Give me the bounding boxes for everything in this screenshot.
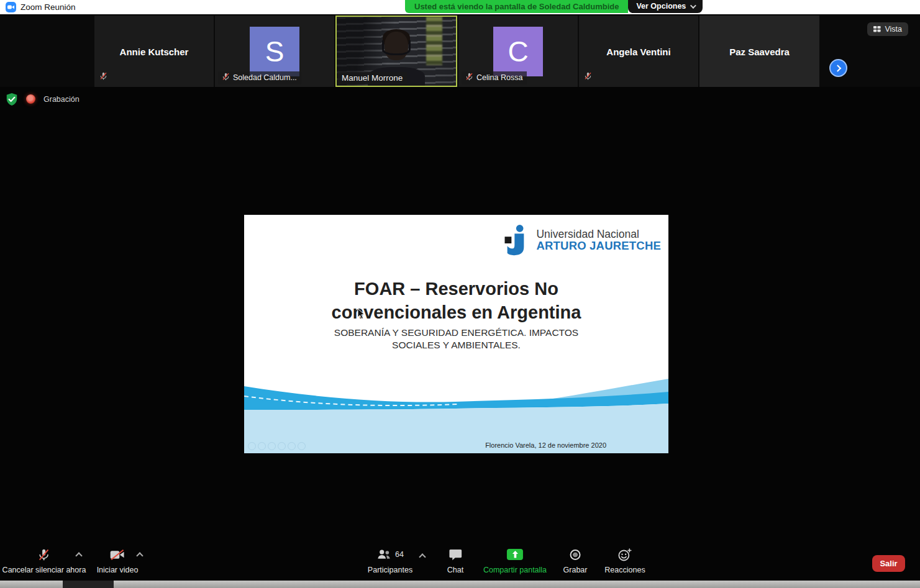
meeting-security-shield-icon[interactable] [5, 93, 19, 109]
participant-name: Paz Saavedra [699, 46, 819, 57]
grid-view-icon [873, 26, 881, 33]
participant-tile-celina-rossa[interactable]: C Celina Rossa [458, 16, 578, 87]
muted-mic-icon [38, 548, 50, 561]
start-video-button[interactable]: Iniciar video [97, 548, 139, 574]
slide-subtitle-line1: SOBERANÍA Y SEGURIDAD ENERGÉTICA. IMPACT… [244, 327, 668, 339]
start-video-label: Iniciar video [97, 566, 139, 574]
view-layout-label: Vista [885, 25, 902, 34]
reactions-icon [617, 548, 632, 561]
camera-glyph [7, 4, 14, 11]
social-icon [278, 442, 286, 450]
avatar: S [250, 27, 299, 76]
social-icon [258, 442, 266, 450]
leave-meeting-button[interactable]: Salir [872, 555, 905, 572]
muted-mic-icon [465, 73, 473, 83]
chevron-right-icon [834, 65, 840, 71]
social-icon [298, 442, 306, 450]
muted-mic-icon [584, 71, 592, 83]
social-icons-row [248, 442, 306, 450]
muted-mic-icon [222, 73, 230, 83]
participant-name: Manuel Morrone [342, 73, 403, 83]
share-screen-icon [507, 549, 523, 560]
chat-button[interactable]: Chat [447, 548, 463, 574]
avatar-letter: C [508, 35, 528, 68]
window-title: Zoom Reunión [20, 0, 76, 14]
next-participants-page-button[interactable] [829, 59, 847, 77]
participant-strip: Annie Kutscher S Soledad Caldum... Manue… [0, 16, 920, 87]
participant-tile-annie-kutscher[interactable]: Annie Kutscher [94, 16, 214, 87]
video-off-icon [109, 548, 125, 561]
participant-tile-angela-ventini[interactable]: Angela Ventini [579, 16, 698, 87]
unmute-button[interactable]: Cancelar silenciar ahora [2, 548, 86, 574]
participant-name: Angela Ventini [579, 46, 698, 57]
record-button[interactable]: Grabar [563, 548, 588, 574]
zoom-app-icon [6, 2, 16, 12]
social-icon [288, 442, 296, 450]
background-window-tab [63, 581, 114, 588]
muted-mic-icon [99, 71, 107, 83]
share-screen-button[interactable]: Compartir pantalla [483, 548, 547, 574]
reactions-label: Reacciones [604, 566, 645, 574]
university-logo: Universidad Nacional ARTURO JAURETCHE [500, 224, 661, 256]
recording-indicator: Grabación [26, 94, 80, 104]
video-background-poster [426, 17, 442, 65]
participant-tile-manuel-morrone[interactable]: Manuel Morrone [335, 16, 457, 87]
slide-title-line2: convencionales en Argentina [244, 301, 668, 324]
record-icon [570, 550, 581, 560]
social-icon [248, 442, 256, 450]
chevron-down-icon [690, 2, 696, 9]
view-options-button[interactable]: Ver Opciones [628, 0, 703, 13]
participant-name: Celina Rossa [476, 73, 522, 82]
reactions-button[interactable]: Reacciones [604, 548, 645, 574]
participant-name-label: Celina Rossa [462, 71, 527, 84]
logo-line1: Universidad Nacional [536, 228, 661, 240]
participant-name: Soledad Caldum... [233, 73, 297, 82]
chat-icon [449, 548, 462, 561]
mouse-cursor [357, 308, 365, 320]
participant-tile-soledad-caldumbide[interactable]: S Soledad Caldum... [215, 16, 334, 87]
recording-dot-icon[interactable] [26, 94, 35, 104]
unaj-logo-mark [500, 224, 531, 256]
slide-title-line1: FOAR – Reservorios No [244, 277, 668, 301]
slide-footer-text: Florencio Varela, 12 de noviembre 2020 [485, 441, 606, 449]
logo-line2: ARTURO JAURETCHE [536, 240, 661, 251]
participants-label: Participantes [368, 566, 412, 574]
participant-tile-paz-saavedra[interactable]: Paz Saavedra [699, 16, 819, 87]
slide-subtitle: SOBERANÍA Y SEGURIDAD ENERGÉTICA. IMPACT… [244, 327, 668, 351]
recording-label: Grabación [43, 95, 80, 104]
avatar-letter: S [265, 35, 285, 68]
participants-button[interactable]: 64 Participantes [368, 548, 412, 574]
participant-name-label: Soledad Caldum... [218, 71, 301, 84]
participant-name: Annie Kutscher [94, 46, 214, 57]
unmute-label: Cancelar silenciar ahora [2, 566, 86, 574]
chat-label: Chat [447, 566, 463, 574]
social-icon [268, 442, 276, 450]
view-options-label: Ver Opciones [636, 0, 686, 13]
view-layout-button[interactable]: Vista [867, 22, 908, 36]
screen-share-banner: Usted está viendo la pantalla de Soledad… [405, 0, 703, 13]
record-label: Grabar [563, 566, 588, 574]
avatar: C [493, 27, 543, 76]
participants-count-badge: 64 [395, 550, 404, 559]
headphones [382, 40, 411, 55]
shared-screen-slide: Universidad Nacional ARTURO JAURETCHE FO… [244, 215, 668, 453]
participants-icon [376, 549, 392, 561]
participants-options-chevron[interactable] [419, 553, 426, 560]
share-screen-label: Compartir pantalla [483, 566, 547, 574]
desktop-edge-strip [0, 581, 920, 588]
university-logo-text: Universidad Nacional ARTURO JAURETCHE [536, 228, 661, 251]
slide-subtitle-line2: SOCIALES Y AMBIENTALES. [244, 339, 668, 351]
share-banner-message: Usted está viendo la pantalla de Soledad… [405, 0, 628, 13]
participant-name-label: Manuel Morrone [338, 72, 407, 84]
slide-title: FOAR – Reservorios No convencionales en … [244, 277, 668, 324]
leave-meeting-label: Salir [880, 559, 897, 568]
